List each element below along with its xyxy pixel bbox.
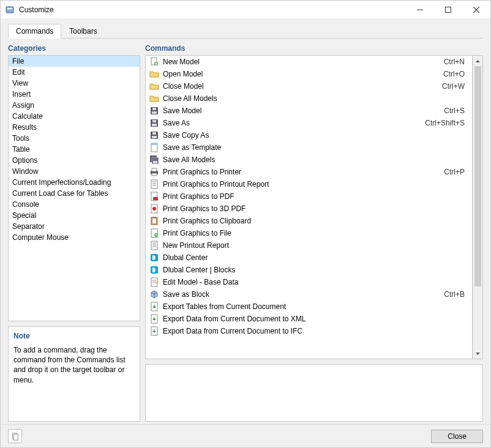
svg-rect-18 xyxy=(151,143,157,145)
command-label: Save All Models xyxy=(163,155,467,164)
command-label: Dlubal Center xyxy=(163,253,467,262)
scroll-down-button[interactable] xyxy=(473,348,482,359)
tab-commands[interactable]: Commands xyxy=(8,24,61,39)
category-item[interactable]: File xyxy=(9,56,140,67)
doc-file-icon xyxy=(149,228,159,238)
command-item[interactable]: Close All Models xyxy=(146,92,471,105)
maximize-button[interactable] xyxy=(434,1,462,19)
dlubal-icon xyxy=(149,253,159,263)
category-item[interactable]: Computer Mouse xyxy=(9,232,140,243)
command-item[interactable]: Print Graphics to PDF xyxy=(146,190,471,203)
command-item[interactable]: New Printout Report xyxy=(146,239,471,252)
command-shortcut: Ctrl+B xyxy=(444,290,467,299)
copy-icon-button[interactable] xyxy=(8,429,22,443)
category-item[interactable]: View xyxy=(9,78,140,89)
command-item[interactable]: Export Data from Current Document to XML xyxy=(146,313,471,325)
command-label: Export Tables from Current Document xyxy=(163,302,467,311)
commands-scrollbar[interactable] xyxy=(473,55,483,359)
command-item[interactable]: Close ModelCtrl+W xyxy=(146,80,471,92)
category-item[interactable]: Separator xyxy=(9,221,140,232)
note-panel: Note To add a command, drag the command … xyxy=(8,326,140,422)
command-label: Open Model xyxy=(163,70,440,78)
category-item[interactable]: Console xyxy=(9,199,140,210)
folder-open-icon xyxy=(149,69,159,79)
command-shortcut: Ctrl+S xyxy=(444,106,467,115)
tab-toolbars[interactable]: Toolbars xyxy=(61,24,105,39)
category-item[interactable]: Special xyxy=(9,210,140,221)
chevron-down-icon xyxy=(476,353,480,355)
category-item[interactable]: Tools xyxy=(9,133,140,144)
category-item[interactable]: Calculate xyxy=(9,111,140,122)
command-item[interactable]: Edit Model - Base Data xyxy=(146,276,471,288)
command-shortcut: Ctrl+W xyxy=(442,82,467,91)
command-item[interactable]: Export Data from Current Document to IFC xyxy=(146,325,471,337)
category-item[interactable]: Assign xyxy=(9,100,140,111)
command-item[interactable]: Open ModelCtrl+O xyxy=(146,68,471,80)
scroll-track[interactable] xyxy=(473,66,482,348)
command-item[interactable]: Save ModelCtrl+S xyxy=(146,105,471,117)
category-item[interactable]: Results xyxy=(9,122,140,133)
svg-rect-25 xyxy=(151,180,157,189)
command-item[interactable]: Print Graphics to PrinterCtrl+P xyxy=(146,166,471,178)
command-item[interactable]: Print Graphics to 3D PDF xyxy=(146,203,471,215)
dlubal-icon xyxy=(149,265,159,275)
category-item[interactable]: Options xyxy=(9,155,140,166)
category-item[interactable]: Window xyxy=(9,166,140,177)
app-icon xyxy=(6,5,15,15)
command-item[interactable]: Print Graphics to File xyxy=(146,227,471,239)
command-item[interactable]: Save as Template xyxy=(146,141,471,154)
svg-rect-34 xyxy=(152,218,156,223)
doc-report-icon xyxy=(149,179,159,189)
note-header: Note xyxy=(13,332,135,342)
tab-strip: CommandsToolbars xyxy=(1,19,490,39)
svg-rect-51 xyxy=(13,434,18,440)
close-window-button[interactable] xyxy=(462,1,490,19)
doc-report-icon xyxy=(149,241,159,250)
command-label: Print Graphics to Printer xyxy=(163,168,440,176)
dialog-body: CommandsToolbars Categories FileEditView… xyxy=(1,19,490,447)
dialog-footer: Close xyxy=(1,424,490,447)
minimize-icon xyxy=(417,7,423,13)
command-label: Dlubal Center | Blocks xyxy=(163,266,467,274)
svg-rect-13 xyxy=(152,124,157,126)
close-button[interactable]: Close xyxy=(431,430,483,443)
export-icon xyxy=(149,302,159,312)
commands-panel: Commands New ModelCtrl+NOpen ModelCtrl+O… xyxy=(145,43,483,359)
window-controls xyxy=(406,1,490,19)
svg-rect-12 xyxy=(152,120,156,122)
svg-point-32 xyxy=(152,207,156,211)
disk-multi-icon xyxy=(149,155,159,165)
category-item[interactable]: Table xyxy=(9,144,140,155)
command-item[interactable]: Dlubal Center xyxy=(146,252,471,264)
folder-open-icon xyxy=(149,81,159,91)
command-shortcut: Ctrl+Shift+S xyxy=(425,119,467,127)
minimize-button[interactable] xyxy=(406,1,434,19)
svg-rect-9 xyxy=(152,108,156,110)
svg-rect-16 xyxy=(152,136,157,138)
command-label: Save Copy As xyxy=(163,131,467,140)
command-item[interactable]: Export Tables from Current Document xyxy=(146,301,471,313)
category-item[interactable]: Insert xyxy=(9,89,140,100)
clipboard-icon xyxy=(11,432,20,441)
scroll-up-button[interactable] xyxy=(473,56,482,66)
svg-rect-38 xyxy=(151,241,157,250)
command-label: Print Graphics to Printout Report xyxy=(163,180,467,189)
command-item[interactable]: Save All Models xyxy=(146,154,471,166)
titlebar: Customize xyxy=(1,1,490,19)
command-label: Print Graphics to PDF xyxy=(163,192,467,201)
category-item[interactable]: Edit xyxy=(9,67,140,78)
window-title: Customize xyxy=(19,6,406,14)
category-item[interactable]: Current Imperfections/Loading xyxy=(9,177,140,188)
category-item[interactable]: Current Load Case for Tables xyxy=(9,188,140,199)
command-item[interactable]: New ModelCtrl+N xyxy=(146,56,471,68)
command-item[interactable]: Dlubal Center | Blocks xyxy=(146,264,471,276)
command-item[interactable]: Print Graphics to Printout Report xyxy=(146,178,471,190)
categories-list[interactable]: FileEditViewInsertAssignCalculateResults… xyxy=(8,55,140,321)
command-item[interactable]: Save as BlockCtrl+B xyxy=(146,288,471,301)
command-item[interactable]: Save AsCtrl+Shift+S xyxy=(146,117,471,129)
scroll-thumb[interactable] xyxy=(474,66,481,286)
command-label: Save Model xyxy=(163,106,440,115)
command-item[interactable]: Save Copy As xyxy=(146,129,471,141)
command-item[interactable]: Print Graphics to Clipboard xyxy=(146,215,471,227)
commands-list[interactable]: New ModelCtrl+NOpen ModelCtrl+OClose Mod… xyxy=(145,55,473,359)
